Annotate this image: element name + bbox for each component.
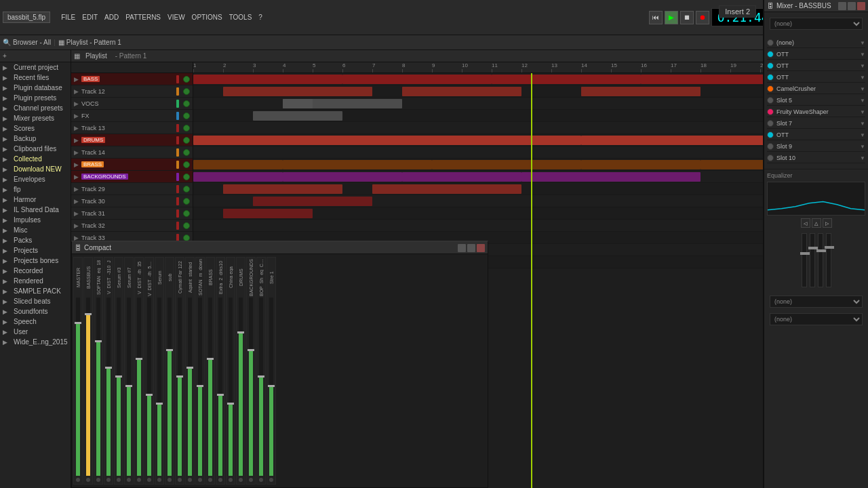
ch-knob-12[interactable] xyxy=(198,478,202,482)
bassbus-bottom-select-1[interactable]: (none) xyxy=(770,296,863,308)
sidebar-item-plugin-presets[interactable]: ▶ Plugin presets xyxy=(0,93,71,103)
track-name-row-8[interactable]: ▶ BACKGROUNDS xyxy=(71,171,193,183)
bassbus-bottom-select-2[interactable]: (none) xyxy=(770,313,863,325)
transport-rewind[interactable]: ⏮ xyxy=(649,11,663,24)
menu-add[interactable]: ADD xyxy=(102,12,121,22)
slot-enable-1[interactable] xyxy=(767,51,774,58)
sidebar-item-envelopes[interactable]: ▶ Envelopes xyxy=(0,174,71,184)
browser-button[interactable]: 🔍 Browser - All xyxy=(3,39,51,46)
sidebar-add-icon[interactable]: + xyxy=(3,52,7,60)
slot-arrow-3[interactable]: ▼ xyxy=(860,75,865,81)
sidebar-item-plugin-database[interactable]: ▶ Plugin database xyxy=(0,83,71,93)
eq-icon-1[interactable]: ◁ xyxy=(801,218,810,228)
track-name-row-9[interactable]: ▶ Track 29 xyxy=(71,183,193,195)
sidebar-item-clipboard-files[interactable]: ▶ Clipboard files xyxy=(0,144,71,154)
ch-knob-11[interactable] xyxy=(188,478,192,482)
slot-enable-0[interactable] xyxy=(767,39,774,46)
slot-enable-7[interactable] xyxy=(767,120,774,127)
track-name-row-4[interactable]: ▶ Track 13 xyxy=(71,122,193,134)
vert-fader-3[interactable] xyxy=(818,233,823,287)
track-name-row-10[interactable]: ▶ Track 30 xyxy=(71,195,193,207)
track-block-5-0[interactable] xyxy=(193,136,581,145)
sidebar-item-user[interactable]: ▶ User xyxy=(0,327,71,337)
sidebar-item-sliced-beats[interactable]: ▶ Sliced beats xyxy=(0,296,71,306)
track-block-7-1[interactable] xyxy=(283,160,432,169)
sidebar-item-channel-presets[interactable]: ▶ Channel presets xyxy=(0,103,71,113)
track-name-row-6[interactable]: ▶ Track 14 xyxy=(71,146,193,159)
slot-enable-9[interactable] xyxy=(767,143,774,150)
ch-knob-4[interactable] xyxy=(117,478,121,482)
menu-options[interactable]: OPTIONS xyxy=(189,12,225,22)
track-name-row-2[interactable]: ▶ VOCS xyxy=(71,98,193,110)
sidebar-item-harmor[interactable]: ▶ Harmor xyxy=(0,195,71,205)
mixer-maximize[interactable] xyxy=(467,244,475,252)
menu-view[interactable]: VIEW xyxy=(165,12,188,22)
slot-arrow-2[interactable]: ▼ xyxy=(860,63,865,69)
track-block-5-1[interactable] xyxy=(581,136,790,145)
bassbus-minimize[interactable] xyxy=(838,2,846,10)
vert-fader-2[interactable] xyxy=(810,233,815,287)
slot-arrow-6[interactable]: ▼ xyxy=(860,109,865,115)
transport-stop[interactable]: ⏹ xyxy=(680,11,694,24)
track-enable-1[interactable] xyxy=(183,88,190,95)
mixer-minimize[interactable] xyxy=(458,244,466,252)
slot-enable-10[interactable] xyxy=(767,155,774,161)
ch-knob-17[interactable] xyxy=(249,478,253,482)
track-block-9-1[interactable] xyxy=(372,184,521,194)
slot-arrow-4[interactable]: ▼ xyxy=(860,86,865,92)
sidebar-item-impulses[interactable]: ▶ Impulses xyxy=(0,215,71,225)
eq-icon-2[interactable]: △ xyxy=(812,218,821,228)
menu-file[interactable]: FILE xyxy=(58,12,78,22)
track-block-2-1[interactable] xyxy=(283,99,313,108)
ch-knob-19[interactable] xyxy=(269,478,273,482)
slot-arrow-5[interactable]: ▼ xyxy=(860,98,865,104)
track-block-1-1[interactable] xyxy=(402,87,521,96)
sidebar-item-speech[interactable]: ▶ Speech xyxy=(0,317,71,327)
mixer-channel-4[interactable]: Serum #3 xyxy=(114,257,123,485)
mixer-channel-5[interactable]: Serum #7 xyxy=(124,257,134,485)
transport-record[interactable]: ⏺ xyxy=(696,11,709,24)
track-enable-2[interactable] xyxy=(183,100,190,107)
mixer-channel-8[interactable]: Serum xyxy=(155,257,164,485)
slot-arrow-0[interactable]: ▼ xyxy=(860,40,865,46)
sidebar-item-scores[interactable]: ▶ Scores xyxy=(0,123,71,134)
mixer-channel-0[interactable]: MASTER xyxy=(73,257,83,485)
mixer-channel-14[interactable]: Extra_2_drks10 xyxy=(216,257,225,485)
ch-knob-7[interactable] xyxy=(147,478,151,482)
track-block-7-3[interactable] xyxy=(581,160,701,169)
track-name-row-0[interactable]: ▶ BASS xyxy=(71,73,193,85)
mixer-channel-10[interactable]: Cymati Far 122 xyxy=(175,257,184,485)
sidebar-item-rendered[interactable]: ▶ Rendered xyxy=(0,276,71,286)
track-block-8-3[interactable] xyxy=(521,172,701,182)
sidebar-item-projects[interactable]: ▶ Projects xyxy=(0,245,71,256)
slot-enable-3[interactable] xyxy=(767,74,774,81)
bassbus-close[interactable] xyxy=(857,2,865,10)
ch-knob-10[interactable] xyxy=(178,478,182,482)
track-block-1-0[interactable] xyxy=(223,87,372,96)
mixer-close[interactable] xyxy=(477,244,485,252)
mixer-channel-7[interactable]: V_DIST_-th_5_50 xyxy=(144,257,154,485)
menu-tools[interactable]: TOOLS xyxy=(226,12,255,22)
track-block-1-2[interactable] xyxy=(581,87,701,96)
slot-enable-8[interactable] xyxy=(767,131,774,138)
vert-fader-4[interactable] xyxy=(826,233,831,287)
sidebar-item-misc[interactable]: ▶ Misc xyxy=(0,225,71,235)
ch-knob-13[interactable] xyxy=(208,478,212,482)
eq-icon-3[interactable]: ▷ xyxy=(823,218,832,228)
sidebar-item-il-shared-data[interactable]: ▶ IL Shared Data xyxy=(0,205,71,215)
track-block-3-0[interactable] xyxy=(253,111,342,121)
sidebar-item-mixer-presets[interactable]: ▶ Mixer presets xyxy=(0,113,71,123)
track-block-0-1[interactable] xyxy=(342,75,492,84)
track-enable-12[interactable] xyxy=(183,222,190,229)
sidebar-item-recorded[interactable]: ▶ Recorded xyxy=(0,266,71,276)
track-block-11-0[interactable] xyxy=(223,209,313,218)
track-enable-9[interactable] xyxy=(183,186,190,192)
sidebar-item-packs[interactable]: ▶ Packs xyxy=(0,235,71,245)
track-block-9-0[interactable] xyxy=(223,184,342,194)
sidebar-item-download-new[interactable]: ▶ Download NEW xyxy=(0,164,71,174)
sidebar-item-current-project[interactable]: ▶ Current project xyxy=(0,62,71,73)
track-name-row-5[interactable]: ▶ DRUMS xyxy=(71,134,193,146)
sidebar-item-sample-pack[interactable]: ▶ SAMPLE PACK xyxy=(0,286,71,296)
mixer-channel-12[interactable]: SOTAN_m_down xyxy=(195,257,205,485)
slot-enable-5[interactable] xyxy=(767,97,774,104)
